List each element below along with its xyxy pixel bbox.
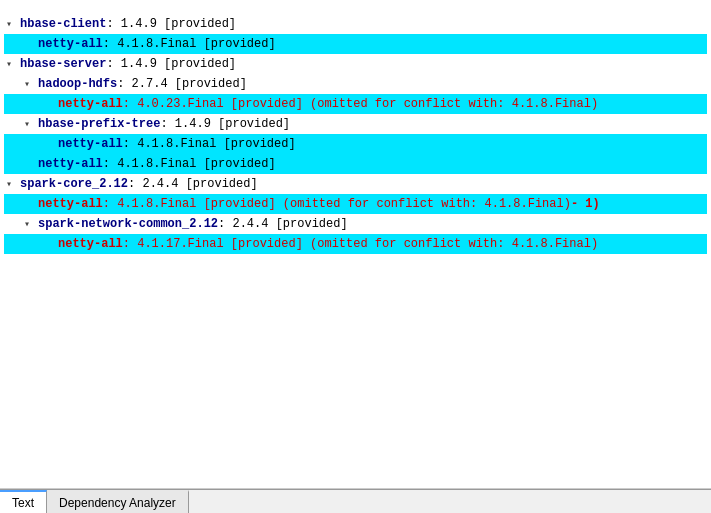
version-text: : 4.1.17.Final [provided] (omitted for c…: [123, 237, 598, 251]
bottom-tabs: TextDependency Analyzer: [0, 489, 711, 513]
version-text: : 2.7.4 [provided]: [117, 77, 247, 91]
toggle-icon[interactable]: ▾: [6, 58, 20, 70]
version-text: : 4.1.8.Final [provided]: [103, 37, 276, 51]
tree-item-hadoop-hdfs[interactable]: ▾hadoop-hdfs : 2.7.4 [provided]: [4, 74, 707, 94]
toggle-icon[interactable]: ▾: [6, 18, 20, 30]
version-text: : 1.4.9 [provided]: [106, 57, 236, 71]
toggle-icon[interactable]: ▾: [6, 178, 20, 190]
tree-item-spark-core[interactable]: ▾spark-core_2.12 : 2.4.4 [provided]: [4, 174, 707, 194]
artifact-name: netty-all: [38, 157, 103, 171]
tree-item-netty-all-5[interactable]: netty-all : 4.1.8.Final [provided] (omit…: [4, 194, 707, 214]
version-text: : 4.0.23.Final [provided] (omitted for c…: [123, 97, 598, 111]
tree-item-hbase-server[interactable]: ▾hbase-server : 1.4.9 [provided]: [4, 54, 707, 74]
version-text: : 4.1.8.Final [provided]: [103, 157, 276, 171]
version-text: : 4.1.8.Final [provided] (omitted for co…: [103, 197, 571, 211]
tree-item-netty-all-3[interactable]: netty-all : 4.1.8.Final [provided]: [4, 134, 707, 154]
tree-item-netty-all-1[interactable]: netty-all : 4.1.8.Final [provided]: [4, 34, 707, 54]
artifact-name: hadoop-hdfs: [38, 77, 117, 91]
artifact-name: netty-all: [58, 137, 123, 151]
artifact-name: hbase-client: [20, 17, 106, 31]
artifact-name: spark-core_2.12: [20, 177, 128, 191]
toggle-icon[interactable]: ▾: [24, 118, 38, 130]
tree-item-netty-all-4[interactable]: netty-all : 4.1.8.Final [provided]: [4, 154, 707, 174]
artifact-name: netty-all: [58, 97, 123, 111]
toggle-icon[interactable]: ▾: [24, 218, 38, 230]
tree-container: ▾hbase-client : 1.4.9 [provided] netty-a…: [4, 14, 707, 254]
version-text: : 1.4.9 [provided]: [106, 17, 236, 31]
tree-item-spark-network-common[interactable]: ▾spark-network-common_2.12 : 2.4.4 [prov…: [4, 214, 707, 234]
tab-dependency-analyzer[interactable]: Dependency Analyzer: [47, 490, 189, 513]
artifact-name: netty-all: [58, 237, 123, 251]
version-text: : 2.4.4 [provided]: [218, 217, 348, 231]
artifact-name: netty-all: [38, 197, 103, 211]
main-content[interactable]: ▾hbase-client : 1.4.9 [provided] netty-a…: [0, 0, 711, 489]
artifact-name: spark-network-common_2.12: [38, 217, 218, 231]
toggle-icon[interactable]: ▾: [24, 78, 38, 90]
artifact-name: netty-all: [38, 37, 103, 51]
version-text: : 1.4.9 [provided]: [160, 117, 290, 131]
conflict-badge: - 1): [571, 197, 600, 211]
artifact-name: hbase-prefix-tree: [38, 117, 160, 131]
tree-item-netty-all-6[interactable]: netty-all : 4.1.17.Final [provided] (omi…: [4, 234, 707, 254]
artifact-name: hbase-server: [20, 57, 106, 71]
info-line: [4, 4, 707, 8]
tree-item-hbase-client[interactable]: ▾hbase-client : 1.4.9 [provided]: [4, 14, 707, 34]
version-text: : 2.4.4 [provided]: [128, 177, 258, 191]
tree-item-hbase-prefix-tree[interactable]: ▾hbase-prefix-tree : 1.4.9 [provided]: [4, 114, 707, 134]
tree-item-netty-all-2[interactable]: netty-all : 4.0.23.Final [provided] (omi…: [4, 94, 707, 114]
version-text: : 4.1.8.Final [provided]: [123, 137, 296, 151]
tab-text[interactable]: Text: [0, 490, 47, 513]
